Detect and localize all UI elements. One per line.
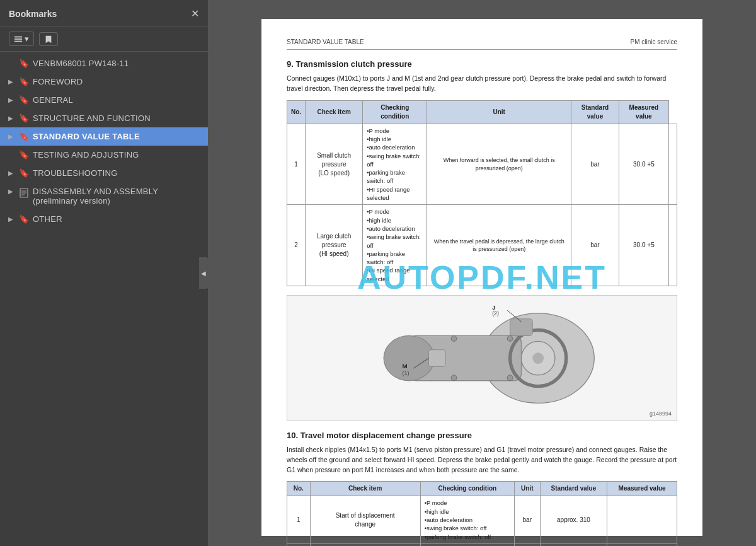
table10-col-no: No. — [287, 482, 311, 496]
table9-col-check: Check item — [306, 100, 363, 124]
table10-col-condition: Checking condition — [420, 482, 514, 496]
expand-icon-general: ▶ — [6, 96, 15, 103]
svg-text:(2): (2) — [492, 310, 499, 317]
expand-icon-other: ▶ — [6, 216, 15, 223]
cell-condition-note: When forward is selected, the small clut… — [427, 124, 571, 205]
sidebar-title: Bookmarks — [9, 9, 57, 19]
cell-condition: •P mode•high idle•auto deceleration•swin… — [363, 205, 427, 286]
sidebar-item-structure[interactable]: ▶ 🔖 STRUCTURE AND FUNCTION — [0, 109, 208, 127]
table10-col-standard: Standard value — [540, 482, 607, 496]
cell-measured — [607, 543, 677, 546]
cell-check-item: Large clutch pressure(HI speed) — [306, 205, 363, 286]
main-content[interactable]: AUTOPDF.NET STANDARD VALUE TABLE PM clin… — [208, 0, 756, 546]
svg-text:M: M — [402, 363, 407, 369]
bookmark-icon-disassembly — [19, 188, 29, 198]
cell-unit: bar — [571, 205, 619, 286]
svg-rect-1 — [14, 38, 22, 40]
cell-standard: 30.0 +5 — [619, 124, 668, 205]
sidebar-item-other[interactable]: ▶ 🔖 OTHER — [0, 210, 208, 228]
add-bookmark-button[interactable] — [39, 32, 58, 46]
table10-col-unit: Unit — [514, 482, 540, 496]
cell-measured — [668, 205, 677, 286]
table9-col-no: No. — [287, 100, 306, 124]
table-row: 1 Small clutch pressure(LO speed) •P mod… — [287, 124, 677, 205]
bookmark-icon-structure: 🔖 — [19, 113, 29, 123]
sidebar-item-label-other: OTHER — [33, 214, 202, 224]
cell-condition: •P mode•high idle•auto deceleration•swin… — [363, 124, 427, 205]
sidebar-close-button[interactable]: ✕ — [191, 8, 199, 20]
sidebar-item-label-general: GENERAL — [33, 95, 202, 105]
sidebar-item-label-troubleshooting: TROUBLESHOOTING — [33, 168, 202, 178]
sidebar-item-label-standard: STANDARD VALUE TABLE — [33, 132, 202, 141]
table-row: 2 End of displacement change •swing brak… — [287, 543, 677, 546]
table10-col-check: Check item — [310, 482, 420, 496]
svg-point-21 — [451, 335, 457, 341]
bookmark-icon-testing: 🔖 — [19, 150, 29, 160]
cell-check-item: Small clutch pressure(LO speed) — [306, 124, 363, 205]
cell-standard: 30.0 +5 — [619, 205, 668, 286]
view-options-button[interactable]: ▾ — [9, 32, 34, 46]
doc-header: STANDARD VALUE TABLE PM clinic service — [287, 38, 677, 50]
section9-desc: Connect gauges (M10x1) to ports J and M … — [287, 74, 677, 94]
svg-point-24 — [507, 375, 513, 381]
table9-col-measured: Measured value — [619, 100, 668, 124]
table10: No. Check item Checking condition Unit S… — [287, 481, 677, 546]
table9-col-unit: Unit — [427, 100, 571, 124]
bookmark-icon-troubleshooting: 🔖 — [19, 168, 29, 178]
cell-unit: bar — [514, 543, 540, 546]
bookmark-icon-other: 🔖 — [19, 214, 29, 224]
sidebar-item-label-testing: TESTING AND ADJUSTING — [33, 150, 202, 160]
svg-rect-17 — [428, 350, 445, 367]
section10-title: 10. Travel motor displacement change pre… — [287, 430, 677, 441]
cell-unit: bar — [571, 124, 619, 205]
sidebar-item-label-structure: STRUCTURE AND FUNCTION — [33, 113, 202, 123]
cell-standard: 343 — [540, 543, 607, 546]
table-row: 2 Large clutch pressure(HI speed) •P mod… — [287, 205, 677, 286]
sidebar-item-testing[interactable]: 🔖 TESTING AND ADJUSTING — [0, 146, 208, 164]
bookmark-icon-standard: 🔖 — [19, 132, 29, 141]
image1-caption: g148994 — [650, 410, 672, 418]
sidebar-item-disassembly[interactable]: ▶ DISASSEMBLY AND ASSEMBLY (preliminary … — [0, 182, 208, 210]
section10-desc: Install check nipples (M14x1.5) to ports… — [287, 445, 677, 475]
sidebar-item-troubleshooting[interactable]: ▶ 🔖 TROUBLESHOOTING — [0, 164, 208, 182]
table9: No. Check item Checking condition Unit S… — [287, 100, 677, 286]
cell-condition-note2: When the travel pedal is depressed, the … — [427, 205, 571, 286]
expand-icon-venbm — [6, 60, 15, 67]
sidebar-item-standard[interactable]: ▶ 🔖 STANDARD VALUE TABLE — [0, 127, 208, 146]
sidebar-item-foreword[interactable]: ▶ 🔖 FOREWORD — [0, 73, 208, 91]
cell-no: 2 — [287, 543, 311, 546]
svg-rect-0 — [14, 36, 22, 37]
sidebar-header: Bookmarks ✕ — [0, 0, 208, 26]
dropdown-arrow: ▾ — [25, 34, 29, 44]
bookmark-icon-foreword: 🔖 — [19, 77, 29, 86]
cell-condition: •P mode•high idle•auto deceleration•swin… — [420, 496, 514, 543]
sidebar-item-venbm[interactable]: 🔖 VENBM68001 PW148-11 — [0, 54, 208, 73]
sidebar-item-label-disassembly: DISASSEMBLY AND ASSEMBLY (preliminary ve… — [33, 187, 202, 206]
expand-icon-structure: ▶ — [6, 115, 15, 122]
table9-col-standard: Standard value — [571, 100, 619, 124]
table-row: 1 Start of displacementchange •P mode•hi… — [287, 496, 677, 543]
cell-condition: •swing brake switch: off•parking brake s… — [420, 543, 514, 546]
sidebar-toolbar: ▾ — [0, 26, 208, 52]
bookmark-icon-general: 🔖 — [19, 95, 29, 105]
expand-icon-disassembly: ▶ — [6, 188, 15, 195]
cell-measured — [668, 124, 677, 205]
bookmark-icon-venbm: 🔖 — [19, 59, 29, 68]
cell-no: 1 — [287, 496, 311, 543]
svg-point-22 — [451, 375, 457, 381]
doc-header-right: PM clinic service — [631, 38, 677, 47]
collapse-sidebar-handle[interactable]: ◀ — [199, 257, 208, 289]
svg-text:(1): (1) — [402, 370, 409, 376]
svg-text:J: J — [492, 304, 495, 311]
sidebar: Bookmarks ✕ ▾ 🔖 VENBM68001 PW148-11 ▶ 🔖 … — [0, 0, 208, 546]
sidebar-item-label-foreword: FOREWORD — [33, 77, 202, 86]
svg-point-12 — [532, 352, 544, 364]
cell-no: 1 — [287, 124, 306, 205]
sidebar-item-general[interactable]: ▶ 🔖 GENERAL — [0, 91, 208, 109]
cell-no: 2 — [287, 205, 306, 286]
document-page: AUTOPDF.NET STANDARD VALUE TABLE PM clin… — [261, 19, 702, 536]
sidebar-items-list: 🔖 VENBM68001 PW148-11 ▶ 🔖 FOREWORD ▶ 🔖 G… — [0, 52, 208, 546]
cell-check-item: Start of displacementchange — [310, 496, 420, 543]
transmission-image: J (2) M (1) g148994 — [287, 295, 677, 421]
expand-icon-troubleshooting: ▶ — [6, 170, 15, 177]
